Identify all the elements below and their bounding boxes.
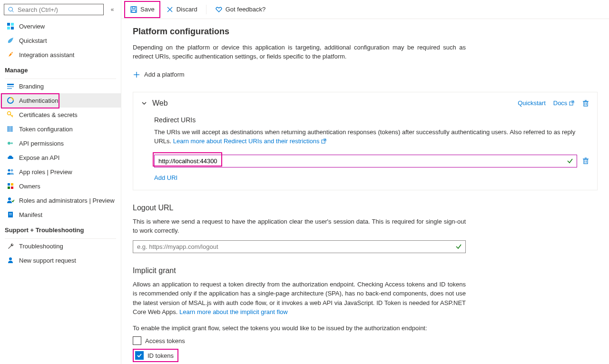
plus-icon <box>133 71 140 79</box>
sidebar-item-label: Troubleshooting <box>19 243 63 250</box>
implicit-grant-section: Implicit grant Allows an application to … <box>133 266 598 363</box>
svg-line-13 <box>12 115 13 116</box>
card-title: Web <box>152 99 168 108</box>
svg-rect-30 <box>132 7 135 9</box>
svg-rect-2 <box>7 23 10 26</box>
redirect-learn-more-link[interactable]: Learn more about Redirect URIs and their… <box>173 138 326 145</box>
branding-icon <box>7 82 14 90</box>
sidebar: « Overview Quickstart Integration assist… <box>0 0 121 364</box>
sidebar-item-manifest[interactable]: Manifest <box>0 207 121 222</box>
discard-button[interactable]: Discard <box>161 3 202 16</box>
logout-section: Logout URL This is where we send a reque… <box>133 204 598 253</box>
rocket-icon <box>7 51 14 59</box>
sidebar-item-app-roles[interactable]: App roles | Preview <box>0 165 121 179</box>
sidebar-section-manage: Manage <box>0 62 121 77</box>
svg-rect-31 <box>132 10 136 12</box>
implicit-learn-more-link[interactable]: Learn more about the implicit grant flow <box>179 308 288 315</box>
sidebar-item-label: Roles and administrators | Preview <box>19 197 115 204</box>
redirect-uris-desc: The URIs we will accept as destinations … <box>154 128 589 146</box>
toolbar: Save Discard Got feedback? <box>121 0 609 19</box>
svg-rect-21 <box>11 183 13 186</box>
save-button[interactable]: Save <box>125 3 159 16</box>
access-tokens-checkbox[interactable] <box>133 336 141 345</box>
sidebar-item-label: Integration assistant <box>19 51 74 59</box>
svg-rect-27 <box>9 215 12 215</box>
authentication-icon <box>7 97 14 104</box>
search-input[interactable] <box>18 6 100 13</box>
chevron-down-icon[interactable] <box>141 100 147 107</box>
sidebar-item-label: New support request <box>19 257 76 264</box>
implicit-desc: Allows an application to request a token… <box>133 280 466 317</box>
svg-rect-23 <box>11 187 13 189</box>
permissions-icon <box>7 139 14 147</box>
add-platform-button[interactable]: Add a platform <box>133 69 598 80</box>
sidebar-item-api-permissions[interactable]: API permissions <box>0 136 121 150</box>
redirect-uri-input-wrap <box>154 155 577 167</box>
sidebar-item-troubleshooting[interactable]: Troubleshooting <box>0 239 121 253</box>
svg-rect-20 <box>8 183 10 186</box>
sidebar-item-authentication[interactable]: Authentication <box>0 93 121 108</box>
svg-rect-8 <box>7 86 14 87</box>
logout-title: Logout URL <box>133 204 598 212</box>
feedback-button[interactable]: Got feedback? <box>210 3 271 16</box>
sidebar-item-label: Token configuration <box>19 126 73 133</box>
sidebar-item-label: App roles | Preview <box>19 168 72 176</box>
sidebar-item-label: Certificates & secrets <box>19 111 78 118</box>
manifest-icon <box>7 211 14 218</box>
search-icon <box>7 6 15 13</box>
svg-rect-7 <box>7 84 14 85</box>
sidebar-item-label: Expose an API <box>19 154 59 161</box>
sidebar-item-label: Manifest <box>19 211 42 218</box>
logout-url-input[interactable] <box>133 240 466 253</box>
access-tokens-checkbox-row[interactable]: Access tokens <box>133 336 598 345</box>
owners-icon <box>7 182 14 190</box>
quickstart-link[interactable]: Quickstart <box>518 99 546 107</box>
logout-desc: This is where we send a request to have … <box>133 217 466 236</box>
implicit-title: Implicit grant <box>133 266 598 275</box>
delete-platform-button[interactable] <box>582 99 589 107</box>
redirect-uri-input[interactable] <box>154 155 577 167</box>
overview-icon <box>7 22 14 30</box>
web-platform-card: Web Quickstart Docs Redirect URIs The UR… <box>133 92 598 190</box>
sidebar-item-certificates[interactable]: Certificates & secrets <box>0 108 121 122</box>
toolbar-separator <box>206 5 206 14</box>
svg-rect-14 <box>8 126 9 132</box>
sidebar-item-roles-admins[interactable]: Roles and administrators | Preview <box>0 193 121 207</box>
sidebar-item-owners[interactable]: Owners <box>0 179 121 193</box>
svg-rect-4 <box>7 27 10 30</box>
sidebar-item-label: Authentication <box>19 97 58 104</box>
implicit-enable-text: To enable the implicit grant flow, selec… <box>133 324 466 333</box>
page-title: Platform configurations <box>133 27 598 37</box>
add-uri-button[interactable]: Add URI <box>141 174 589 181</box>
heart-icon <box>215 6 223 13</box>
delete-uri-button[interactable] <box>582 157 589 165</box>
svg-point-19 <box>11 169 13 172</box>
sidebar-item-label: Branding <box>19 83 44 90</box>
sidebar-item-new-support[interactable]: New support request <box>0 253 121 267</box>
sidebar-item-integration-assistant[interactable]: Integration assistant <box>0 48 121 62</box>
id-tokens-label: ID tokens <box>147 352 174 359</box>
sidebar-item-overview[interactable]: Overview <box>0 19 121 33</box>
collapse-sidebar-button[interactable]: « <box>108 6 117 13</box>
sidebar-item-token-config[interactable]: Token configuration <box>0 122 121 136</box>
svg-rect-37 <box>584 102 588 106</box>
docs-link[interactable]: Docs <box>553 99 574 107</box>
svg-rect-16 <box>11 126 12 132</box>
check-icon <box>567 157 573 164</box>
svg-point-28 <box>9 257 12 260</box>
key-icon <box>7 111 14 118</box>
sidebar-item-branding[interactable]: Branding <box>0 79 121 93</box>
sidebar-item-quickstart[interactable]: Quickstart <box>0 33 121 48</box>
save-icon <box>130 6 138 13</box>
svg-rect-5 <box>11 27 14 30</box>
wrench-icon <box>7 242 14 250</box>
sidebar-item-expose-api[interactable]: Expose an API <box>0 150 121 165</box>
svg-point-6 <box>11 53 12 54</box>
sidebar-item-label: Owners <box>19 183 40 190</box>
sidebar-section-support: Support + Troubleshooting <box>0 222 121 236</box>
id-tokens-checkbox[interactable] <box>135 351 144 360</box>
redirect-uris-title: Redirect URIs <box>154 116 589 124</box>
search-box[interactable] <box>4 4 104 15</box>
page-description: Depending on the platform or device this… <box>133 43 466 61</box>
sidebar-item-label: Quickstart <box>19 37 47 44</box>
